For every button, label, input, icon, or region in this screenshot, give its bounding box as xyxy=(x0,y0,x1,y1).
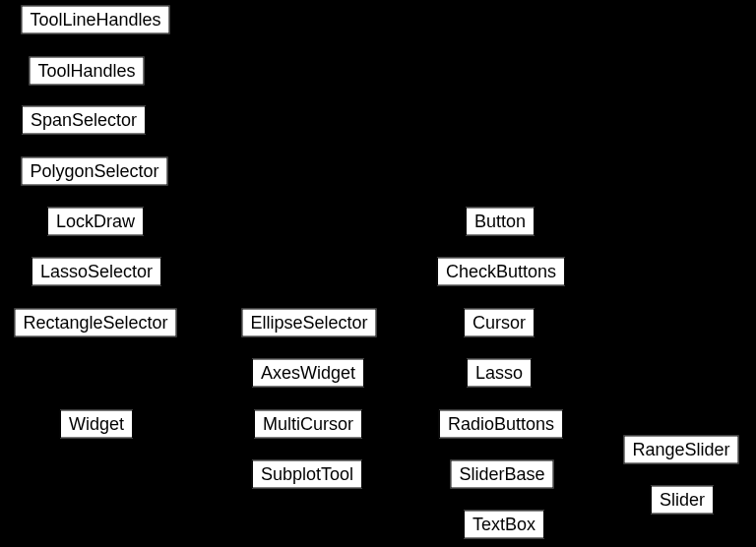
node-check-buttons: CheckButtons xyxy=(437,258,565,286)
node-ellipse-selector: EllipseSelector xyxy=(241,309,376,337)
node-lock-draw: LockDraw xyxy=(47,208,144,236)
edge xyxy=(554,481,651,495)
edge xyxy=(327,388,486,511)
node-slider: Slider xyxy=(651,486,714,515)
node-tool-handles: ToolHandles xyxy=(29,57,144,86)
edge xyxy=(156,337,252,360)
edge xyxy=(326,236,481,359)
edge xyxy=(362,332,464,358)
node-lasso-selector: LassoSelector xyxy=(32,258,161,286)
node-subplot-tool: SubplotTool xyxy=(252,460,362,489)
edge xyxy=(133,387,252,415)
node-cursor: Cursor xyxy=(464,309,535,337)
edge xyxy=(554,457,624,467)
edge xyxy=(133,433,252,461)
edge xyxy=(362,388,448,410)
node-text-box: TextBox xyxy=(464,511,544,539)
node-lasso: Lasso xyxy=(467,359,532,388)
node-axes-widget: AxesWidget xyxy=(252,359,364,388)
node-button: Button xyxy=(466,208,535,236)
node-span-selector: SpanSelector xyxy=(22,106,146,135)
node-rectangle-selector: RectangleSelector xyxy=(14,309,176,337)
node-multi-cursor: MultiCursor xyxy=(254,410,362,439)
node-radio-buttons: RadioButtons xyxy=(439,410,563,439)
node-tool-line-handles: ToolLineHandles xyxy=(21,6,169,34)
node-slider-base: SliderBase xyxy=(450,460,553,489)
node-range-slider: RangeSlider xyxy=(623,436,738,464)
node-polygon-selector: PolygonSelector xyxy=(21,157,167,186)
diagram-stage: ToolLineHandles ToolHandles SpanSelector… xyxy=(0,0,756,547)
node-widget: Widget xyxy=(60,410,133,439)
